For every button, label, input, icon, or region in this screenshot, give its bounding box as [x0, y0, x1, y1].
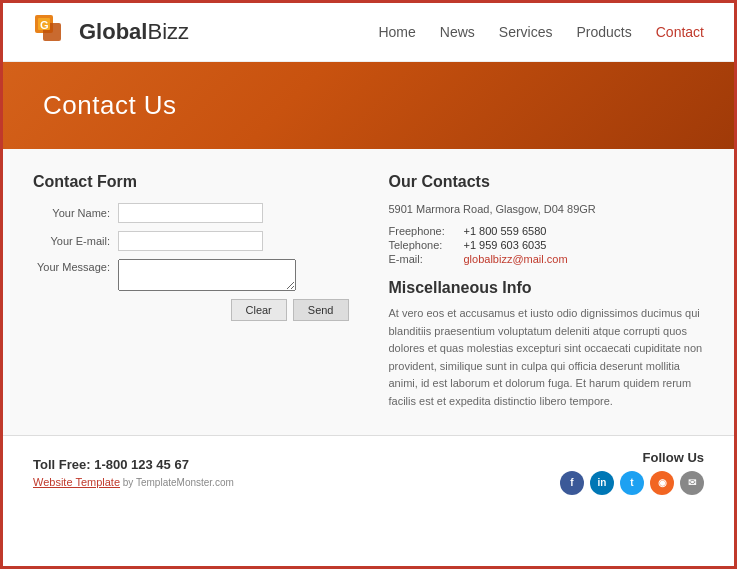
- contact-form-section: Contact Form Your Name: Your E-mail: You…: [33, 173, 349, 411]
- social-rss[interactable]: ◉: [650, 471, 674, 495]
- footer: Toll Free: 1-800 123 45 67 Website Templ…: [3, 435, 734, 509]
- social-mail[interactable]: ✉: [680, 471, 704, 495]
- logo-icon: G: [33, 13, 71, 51]
- toll-free-label: Toll Free:: [33, 457, 91, 472]
- nav-home[interactable]: Home: [378, 24, 415, 40]
- clear-button[interactable]: Clear: [231, 299, 287, 321]
- telephone-label: Telephone:: [389, 239, 464, 251]
- social-linkedin[interactable]: in: [590, 471, 614, 495]
- telephone-row: Telephone: +1 959 603 6035: [389, 239, 705, 251]
- contact-info-table: Freephone: +1 800 559 6580 Telephone: +1…: [389, 225, 705, 265]
- toll-free-number: 1-800 123 45 67: [94, 457, 189, 472]
- email-label: Your E-mail:: [33, 235, 118, 247]
- nav-products[interactable]: Products: [577, 24, 632, 40]
- footer-right: Follow Us f in t ◉ ✉: [560, 450, 704, 495]
- hero-banner: Contact Us: [3, 62, 734, 149]
- page-title: Contact Us: [43, 90, 694, 121]
- name-input[interactable]: [118, 203, 263, 223]
- website-template-link[interactable]: Website Template: [33, 476, 120, 488]
- footer-credit: Website Template by TemplateMonster.com: [33, 476, 234, 488]
- nav-services[interactable]: Services: [499, 24, 553, 40]
- our-contacts-title: Our Contacts: [389, 173, 705, 191]
- social-icons: f in t ◉ ✉: [560, 471, 704, 495]
- message-field-group: Your Message:: [33, 259, 349, 291]
- svg-text:G: G: [40, 19, 49, 31]
- contact-address: 5901 Marmora Road, Glasgow, D04 89GR: [389, 203, 705, 215]
- email-input[interactable]: [118, 231, 263, 251]
- send-button[interactable]: Send: [293, 299, 349, 321]
- nav-contact[interactable]: Contact: [656, 24, 704, 40]
- misc-title: Miscellaneous Info: [389, 279, 705, 297]
- freephone-row: Freephone: +1 800 559 6580: [389, 225, 705, 237]
- main-content: Contact Form Your Name: Your E-mail: You…: [3, 149, 734, 435]
- social-facebook[interactable]: f: [560, 471, 584, 495]
- misc-text: At vero eos et accusamus et iusto odio d…: [389, 305, 705, 411]
- freephone-value: +1 800 559 6580: [464, 225, 547, 237]
- contact-form-title: Contact Form: [33, 173, 349, 191]
- email-row: E-mail: globalbizz@mail.com: [389, 253, 705, 265]
- logo-area: G GlobalBizz: [33, 13, 189, 51]
- footer-left: Toll Free: 1-800 123 45 67 Website Templ…: [33, 457, 234, 488]
- right-column: Our Contacts 5901 Marmora Road, Glasgow,…: [389, 173, 705, 411]
- logo-text: GlobalBizz: [79, 19, 189, 45]
- form-buttons: Clear Send: [33, 299, 349, 321]
- email-contact-label: E-mail:: [389, 253, 464, 265]
- message-textarea[interactable]: [118, 259, 296, 291]
- email-link[interactable]: globalbizz@mail.com: [464, 253, 568, 265]
- toll-free: Toll Free: 1-800 123 45 67: [33, 457, 234, 472]
- email-contact-value: globalbizz@mail.com: [464, 253, 568, 265]
- page-wrapper: G GlobalBizz Home News Services Products…: [0, 0, 737, 569]
- email-field-group: Your E-mail:: [33, 231, 349, 251]
- follow-us-label: Follow Us: [643, 450, 704, 465]
- name-label: Your Name:: [33, 207, 118, 219]
- by-text: by TemplateMonster.com: [123, 477, 234, 488]
- freephone-label: Freephone:: [389, 225, 464, 237]
- name-field-group: Your Name:: [33, 203, 349, 223]
- main-nav: Home News Services Products Contact: [378, 24, 704, 40]
- header: G GlobalBizz Home News Services Products…: [3, 3, 734, 62]
- message-label: Your Message:: [33, 259, 118, 273]
- social-twitter[interactable]: t: [620, 471, 644, 495]
- telephone-value: +1 959 603 6035: [464, 239, 547, 251]
- nav-news[interactable]: News: [440, 24, 475, 40]
